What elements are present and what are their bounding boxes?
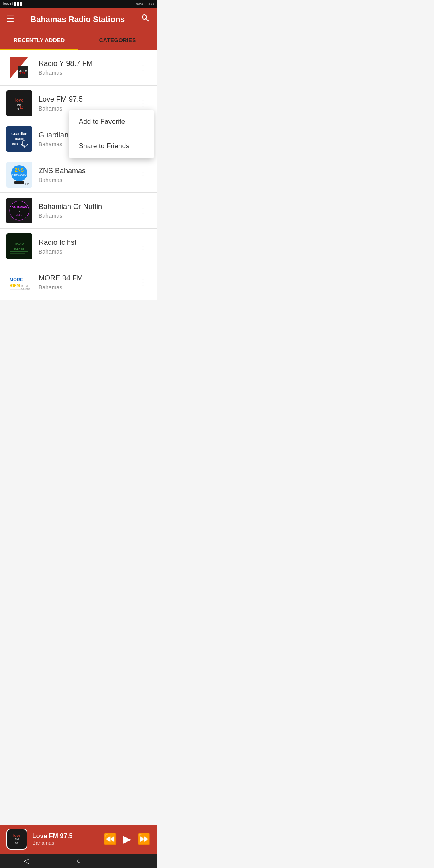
search-icon[interactable] <box>141 13 150 25</box>
station-country-5: Bahamas <box>39 213 136 219</box>
context-add-favorite[interactable]: Add to Favorite <box>69 110 154 134</box>
more-options-2[interactable]: ⋮ <box>136 95 150 111</box>
svg-text:RADIO: RADIO <box>15 242 24 245</box>
love-fm-logo: love FM 97 <box>6 90 32 116</box>
menu-icon[interactable]: ☰ <box>6 14 14 25</box>
svg-text:MORE: MORE <box>10 277 23 282</box>
context-share-friends[interactable]: Share to Friends <box>69 134 154 158</box>
svg-text:Guardian: Guardian <box>11 132 27 136</box>
station-item-1[interactable]: 98.7FM LIVE! Radio Y 98.7 FM Bahamas ⋮ <box>0 50 157 86</box>
station-list: 98.7FM LIVE! Radio Y 98.7 FM Bahamas ⋮ l… <box>0 50 157 344</box>
svg-text:ICLHST: ICLHST <box>14 247 25 250</box>
more-options-4[interactable]: ⋮ <box>136 167 150 183</box>
station-country-7: Bahamas <box>39 284 136 291</box>
status-wifi: loWiFi <box>3 2 13 6</box>
svg-text:love: love <box>15 98 23 102</box>
svg-text:Nuttin: Nuttin <box>16 214 23 217</box>
station-name-4: ZNS Bahamas <box>39 167 136 175</box>
station-info-2: Love FM 97.5 Bahamas <box>39 95 136 112</box>
station-name-1: Radio Y 98.7 FM <box>39 59 136 68</box>
station-logo-1: 98.7FM LIVE! <box>6 55 32 80</box>
status-right: 93% 06:03 <box>136 2 154 6</box>
svg-rect-22 <box>6 233 32 259</box>
tab-bar: RECENTLY ADDED CATEGORIES <box>0 31 157 50</box>
signal-icons: ▋▋▋ <box>14 2 23 6</box>
station-info-1: Radio Y 98.7 FM Bahamas <box>39 59 136 76</box>
station-country-1: Bahamas <box>39 70 136 76</box>
station-logo-7: MORE 94FM BEST MUSIC <box>6 269 32 295</box>
station-info-7: MORE 94 FM Bahamas <box>39 274 136 291</box>
station-country-6: Bahamas <box>39 248 136 255</box>
station-name-5: Bahamian Or Nuttin <box>39 203 136 211</box>
svg-text:FM: FM <box>17 103 21 106</box>
context-menu: Add to Favorite Share to Friends <box>69 110 154 158</box>
station-logo-5: BAHAMIAN Or Nuttin <box>6 198 32 223</box>
svg-rect-26 <box>10 253 25 254</box>
more-options-6[interactable]: ⋮ <box>136 238 150 254</box>
svg-text:BAHAMIAN: BAHAMIAN <box>12 206 27 209</box>
station-name-7: MORE 94 FM <box>39 274 136 283</box>
station-item-5[interactable]: BAHAMIAN Or Nuttin Bahamian Or Nuttin Ba… <box>0 193 157 229</box>
app-bar: ☰ Bahamas Radio Stations <box>0 8 157 31</box>
guardian-logo: Guardian Radio 96.9 <box>6 126 32 152</box>
tab-categories[interactable]: CATEGORIES <box>78 31 157 50</box>
station-item-2[interactable]: love FM 97 Love FM 97.5 Bahamas ⋮ Add to… <box>0 86 157 121</box>
station-name-6: Radio Iclhst <box>39 238 136 247</box>
more-options-7[interactable]: ⋮ <box>136 274 150 290</box>
app-title: Bahamas Radio Stations <box>19 15 136 24</box>
svg-text:96.9: 96.9 <box>12 142 18 145</box>
svg-text:Radio: Radio <box>15 137 24 141</box>
more-options-5[interactable]: ⋮ <box>136 203 150 219</box>
station-info-4: ZNS Bahamas Bahamas <box>39 167 136 183</box>
station-info-6: Radio Iclhst Bahamas <box>39 238 136 255</box>
status-bar: loWiFi ▋▋▋ 93% 06:03 <box>0 0 157 8</box>
svg-rect-25 <box>10 251 28 252</box>
more-options-1[interactable]: ⋮ <box>136 59 150 76</box>
svg-text:HD: HD <box>25 183 29 186</box>
svg-text:ZNS: ZNS <box>15 168 24 172</box>
station-country-4: Bahamas <box>39 177 136 183</box>
svg-text:NETWORK: NETWORK <box>12 174 27 177</box>
station-logo-6: RADIO ICLHST <box>6 233 32 259</box>
svg-rect-15 <box>14 181 24 184</box>
status-time-battery: 93% 06:03 <box>136 2 154 6</box>
svg-text:BEST: BEST <box>21 285 29 287</box>
status-left: loWiFi ▋▋▋ <box>3 2 23 6</box>
station-item-7[interactable]: MORE 94FM BEST MUSIC MORE 94 FM Bahamas … <box>0 264 157 300</box>
station-logo-2: love FM 97 <box>6 90 32 116</box>
svg-text:Or: Or <box>18 210 21 213</box>
station-logo-3: Guardian Radio 96.9 <box>6 126 32 152</box>
station-item-4[interactable]: ZNS NETWORK HD ZNS Bahamas Bahamas ⋮ <box>0 157 157 193</box>
station-logo-4: ZNS NETWORK HD <box>6 162 32 188</box>
svg-rect-27 <box>6 269 32 295</box>
station-info-5: Bahamian Or Nuttin Bahamas <box>39 203 136 219</box>
station-name-2: Love FM 97.5 <box>39 95 136 104</box>
tab-recently-added[interactable]: RECENTLY ADDED <box>0 31 78 50</box>
station-item-6[interactable]: RADIO ICLHST Radio Iclhst Bahamas ⋮ <box>0 229 157 264</box>
svg-text:94FM: 94FM <box>10 283 20 288</box>
radio-y-logo: 98.7FM LIVE! <box>6 55 32 80</box>
